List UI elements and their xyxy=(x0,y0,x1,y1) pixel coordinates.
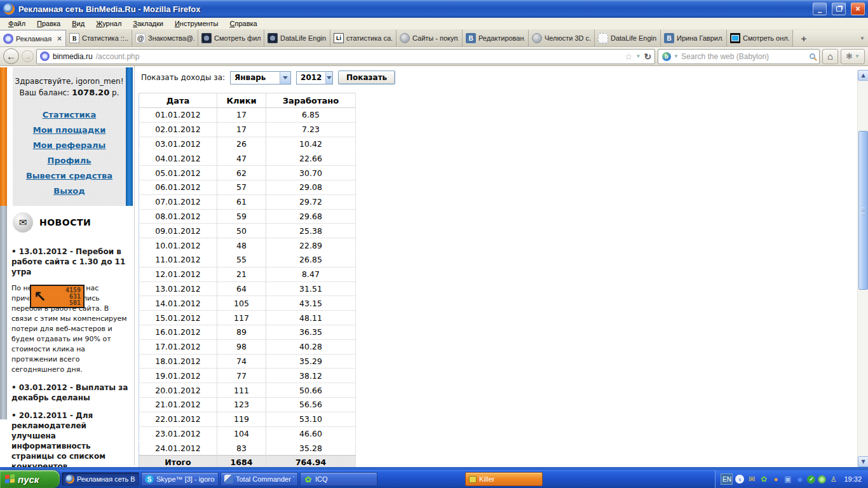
browser-tab[interactable]: Смотреть онл... xyxy=(727,30,793,46)
new-tab-button[interactable]: + xyxy=(796,30,812,46)
shield-icon[interactable]: ✓ xyxy=(807,475,815,484)
menu-item-журнал[interactable]: Журнал xyxy=(90,18,127,29)
browser-tab[interactable]: Смотреть фил... xyxy=(198,30,264,46)
browser-tab[interactable]: @Знакомства@... xyxy=(132,30,198,46)
navigation-toolbar: ← → binmedia.ru /account.php ☆ ▼ ↻ b ▼ ⌂… xyxy=(0,47,868,66)
search-dropdown-icon[interactable]: ▼ xyxy=(674,53,679,59)
collapse-chevron-icon[interactable]: ‹ xyxy=(735,475,744,484)
sidebar-separator xyxy=(134,66,135,465)
task-button[interactable]: Рекламная сеть Bin... xyxy=(62,472,139,486)
show-button[interactable]: Показать xyxy=(338,71,395,85)
webcam-icon[interactable]: ● xyxy=(771,475,780,484)
icq-flower-icon[interactable]: ✿ xyxy=(759,475,768,484)
back-button[interactable]: ← xyxy=(3,48,19,64)
month-select[interactable]: Январь xyxy=(230,71,291,85)
forward-button[interactable]: → xyxy=(22,50,34,62)
table-row: 11.01.20125526.85 xyxy=(139,252,356,267)
film-dark-icon xyxy=(268,33,278,43)
home-button[interactable]: ⌂ xyxy=(822,49,838,64)
dropbox-icon[interactable]: ◆ xyxy=(795,475,804,484)
bookmark-star-icon[interactable]: ☆ xyxy=(625,51,633,62)
task-label: ICQ xyxy=(315,475,328,483)
earnings-section: Показать доходы за: Январь 2012 Показать… xyxy=(139,66,857,469)
news-panel: ✉ НОВОСТИ 13.01.2012 - Перебои в работе … xyxy=(11,208,128,470)
table-cell: 22.66 xyxy=(266,151,356,166)
start-button[interactable]: пуск xyxy=(0,470,60,488)
table-cell: 50 xyxy=(217,224,266,238)
task-label: Killer xyxy=(479,475,494,483)
minimize-button[interactable]: – xyxy=(813,3,827,15)
scroll-down-icon[interactable]: ▼ xyxy=(858,456,868,467)
menu-item-инструменты[interactable]: Инструменты xyxy=(169,18,224,29)
menu-item-закладки[interactable]: Закладки xyxy=(127,18,169,29)
url-bar[interactable]: binmedia.ru /account.php ☆ ▼ ↻ xyxy=(36,49,655,64)
tab-label: DataLife Engin... xyxy=(280,34,327,42)
monitor-icon[interactable]: ▣ xyxy=(783,475,792,484)
task-button[interactable]: ✿ICQ xyxy=(300,472,377,486)
url-dropdown-icon[interactable]: ▼ xyxy=(635,53,641,59)
browser-tab[interactable]: DataLife Engin... xyxy=(264,30,330,46)
taskbar-clock: 19:32 xyxy=(844,475,862,483)
table-cell: 31.51 xyxy=(266,281,356,296)
search-input[interactable] xyxy=(681,52,807,61)
restore-button[interactable] xyxy=(832,3,846,15)
babylon-extension-button[interactable]: ✱ ▼ xyxy=(841,49,865,64)
menu-item-справка[interactable]: Справка xyxy=(224,18,263,29)
table-cell: 16.01.2012 xyxy=(139,325,217,339)
sidebar-link[interactable]: Выход xyxy=(13,186,126,196)
table-cell: 117 xyxy=(217,311,266,325)
close-button[interactable]: × xyxy=(851,3,865,15)
counter-line: 631 xyxy=(65,294,81,300)
year-select[interactable]: 2012 xyxy=(296,71,333,85)
total-commander-icon xyxy=(224,475,233,484)
search-box[interactable]: b ▼ xyxy=(658,49,820,64)
tab-label: статистика са... xyxy=(346,34,393,42)
month-select-arrow-icon[interactable] xyxy=(280,72,290,84)
column-header: Заработано xyxy=(266,93,356,108)
sidebar-link[interactable]: Мои рефералы xyxy=(13,140,126,150)
window-titlebar: Рекламная сеть BinMedia.Ru - Mozilla Fir… xyxy=(0,0,868,18)
language-indicator[interactable]: EN xyxy=(721,473,733,485)
menu-item-правка[interactable]: Правка xyxy=(31,18,66,29)
film-dark-icon xyxy=(201,33,212,43)
scroll-up-icon[interactable]: ▲ xyxy=(858,70,868,81)
table-cell: 09.01.2012 xyxy=(139,224,217,238)
sidebar-link[interactable]: Мои площадки xyxy=(13,125,126,135)
search-engine-icon[interactable]: b xyxy=(662,52,671,61)
key-icon[interactable]: ♙ xyxy=(829,475,838,484)
counter-arrow-icon: ↖ xyxy=(34,289,46,304)
browser-tab[interactable]: Liстатистика са... xyxy=(330,30,397,46)
firefox-icon xyxy=(65,475,74,484)
table-cell: 57 xyxy=(217,180,266,194)
reload-icon[interactable]: ↻ xyxy=(644,51,651,62)
account-menu-panel: Здравствуйте, igoron_men! Ваш баланс: 10… xyxy=(13,67,126,206)
sidebar-link[interactable]: Профиль xyxy=(13,156,126,165)
search-magnifier-icon[interactable] xyxy=(810,53,815,59)
network-icon[interactable] xyxy=(818,475,826,484)
year-select-arrow-icon[interactable] xyxy=(325,72,332,84)
scrollbar-thumb[interactable] xyxy=(858,131,868,290)
browser-tab[interactable]: Рекламная ...× xyxy=(0,30,66,46)
browser-tab[interactable]: DataLife Engin... xyxy=(595,30,661,46)
browser-tab[interactable]: BСтатистика ::... xyxy=(66,30,132,46)
menu-item-файл[interactable]: Файл xyxy=(3,18,31,29)
list-all-tabs-icon[interactable]: ▼ xyxy=(857,30,868,46)
task-button[interactable]: SSkype™ [3] - igoron_... xyxy=(141,472,219,486)
browser-tab[interactable]: ВИрина Гаврил... xyxy=(661,30,727,46)
site-favicon-icon xyxy=(40,51,50,61)
tab-close-icon[interactable]: × xyxy=(57,34,62,43)
task-button[interactable]: Killer xyxy=(465,472,543,486)
browser-tab[interactable]: Челюсти 3D с... xyxy=(529,30,595,46)
browser-tab[interactable]: Сайты - покуп... xyxy=(397,30,463,46)
table-row: 02.01.2012177.23 xyxy=(139,122,356,137)
menu-item-вид[interactable]: Вид xyxy=(66,18,90,29)
mail-icon[interactable]: ✉ xyxy=(747,475,756,484)
sidebar-link[interactable]: Вывести средства xyxy=(13,171,126,180)
earnings-table: ДатаКликиЗаработано 01.01.2012176.8502.0… xyxy=(139,93,356,469)
task-button[interactable]: Total Commander 7.5... xyxy=(220,472,298,486)
window-title: Рекламная сеть BinMedia.Ru - Mozilla Fir… xyxy=(18,4,808,14)
sidebar-link[interactable]: Статистика xyxy=(13,110,126,119)
browser-tab[interactable]: ВРедактирован... xyxy=(463,30,529,46)
hit-counter-banner[interactable]: ↖ 4159631501 xyxy=(30,285,85,308)
vertical-scrollbar[interactable]: ▲ ▼ xyxy=(857,70,868,467)
